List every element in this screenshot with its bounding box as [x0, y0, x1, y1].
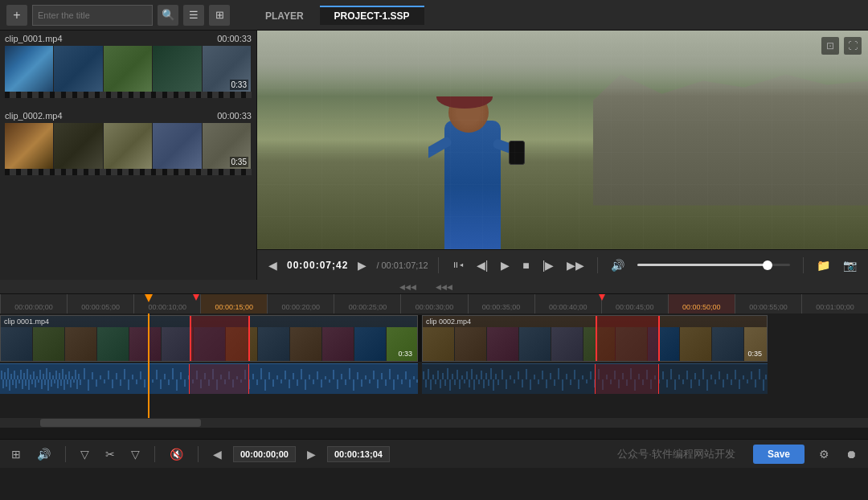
video-preview: ⊡ ⛶ — [257, 31, 868, 249]
screenshot-button[interactable]: 📷 — [840, 257, 860, 273]
grid-view-button[interactable]: ⊞ — [209, 5, 230, 26]
tl-thumb-c2-3 — [487, 327, 519, 362]
player-corner-icons: ⊡ ⛶ — [821, 37, 862, 55]
tl-thumb-4 — [97, 327, 129, 362]
audio-button[interactable]: 🔊 — [32, 445, 55, 463]
audio-selected-region2 — [595, 364, 659, 394]
controls-divider2 — [597, 257, 598, 273]
timeline-tracks: clip 0001.mp4 0:33 — [0, 314, 868, 418]
list-view-button[interactable]: ☰ — [183, 5, 204, 26]
media-item-clip1[interactable]: clip_0001.mp4 00:00:33 0:33 — [0, 31, 256, 101]
tab-project[interactable]: PROJECT-1.SSP — [320, 6, 424, 25]
frame-fwd-button[interactable]: |▶ — [539, 257, 558, 273]
clip2-frame1 — [5, 123, 54, 175]
tl-thumb-12 — [354, 327, 387, 362]
ruler-mark-4: 00:00:20;00 — [267, 294, 334, 314]
tl-thumb-c2-2 — [455, 327, 487, 362]
bottom-divider1 — [65, 446, 66, 462]
fit-frame-icon[interactable]: ⊡ — [821, 37, 839, 55]
out-point-marker — [599, 294, 605, 301]
audio-waveform-1 — [0, 363, 418, 394]
track-type-button[interactable]: ⊞ — [6, 445, 26, 463]
timeline-section: ◀◀◀ ◀◀◀ 00:00:00;00 00:00:05;00 00:00:10… — [0, 280, 868, 468]
clip1-header: clip_0001.mp4 00:00:33 — [5, 34, 252, 43]
top-bar: + 🔍 ☰ ⊞ PLAYER PROJECT-1.SSP — [0, 0, 868, 31]
in-point-marker — [193, 294, 199, 301]
filter-button[interactable]: ▽ — [76, 445, 94, 463]
fullscreen-icon[interactable]: ⛶ — [844, 37, 862, 55]
media-item-clip2[interactable]: clip_0002.mp4 00:00:33 0:35 — [0, 108, 256, 178]
audio-selected-region1 — [189, 364, 249, 394]
clip2-track-block[interactable]: clip 0002.mp4 0:35 — [422, 315, 768, 362]
pause-step-back-button[interactable]: ⏸◀ — [448, 259, 467, 271]
play-to-button[interactable]: ▶▶ — [563, 257, 588, 273]
clip2-duration-badge: 0:35 — [747, 350, 762, 358]
filter2-button[interactable]: ▽ — [126, 445, 145, 463]
clip1-name: clip_0001.mp4 — [5, 34, 63, 43]
scrollbar-thumb[interactable] — [40, 419, 201, 427]
open-folder-button[interactable]: 📁 — [813, 257, 833, 273]
audio-waveform-2 — [422, 363, 768, 394]
media-panel: clip_0001.mp4 00:00:33 0:33 clip_0002.mp… — [0, 31, 257, 280]
clip2-frame5 — [203, 123, 252, 175]
clip1-track-label: clip 0001.mp4 — [4, 318, 49, 326]
clip2-frame3 — [104, 123, 153, 175]
clip1-thumbnail-strip: 0:33 — [5, 46, 252, 98]
volume-slider-container[interactable] — [637, 264, 790, 266]
tl-thumb-c2-10 — [712, 327, 744, 362]
scissors-button[interactable]: ✂ — [100, 445, 120, 463]
clip1-track-block[interactable]: clip 0001.mp4 0:33 — [0, 315, 418, 362]
player-controls: ◀ 00:00:07;42 ▶ / 00:01:07;12 ⏸◀ ◀| ▶ ■ … — [257, 249, 868, 280]
save-button[interactable]: Save — [753, 445, 805, 464]
main-area: clip_0001.mp4 00:00:33 0:33 clip_0002.mp… — [0, 31, 868, 280]
playhead-arrow — [145, 294, 153, 302]
tl-thumb-c2-4 — [519, 327, 551, 362]
clip1-badge: 0:33 — [230, 80, 248, 90]
ruler-mark-7: 00:00:35;00 — [468, 294, 534, 314]
clip1-frame2 — [54, 46, 103, 98]
add-media-button[interactable]: + — [6, 5, 27, 26]
prev-frame-button[interactable]: ◀ — [265, 257, 280, 273]
clip1-duration: 00:00:33 — [217, 34, 252, 43]
ruler-mark-3: 00:00:15;00 — [200, 294, 267, 314]
ruler-mark-10: 00:00:50;00 — [668, 294, 735, 314]
clip1-frame5 — [203, 46, 252, 98]
volume-icon[interactable]: 🔊 — [608, 257, 628, 273]
bottom-timecode2: 00:00:13;04 — [327, 446, 390, 462]
timeline-scrollbar[interactable] — [0, 418, 868, 428]
total-timecode: / 00:01:07;12 — [376, 260, 428, 270]
title-input[interactable] — [32, 5, 153, 26]
ruler-mark-5: 00:00:25;00 — [334, 294, 400, 314]
volume-handle[interactable] — [763, 260, 772, 270]
ruler-mark-0: 00:00:00;00 — [0, 294, 67, 314]
ruler-marks-container: 00:00:00;00 00:00:05;00 00:00:10;00 00:0… — [0, 294, 868, 314]
tl-thumb-c2-1 — [423, 327, 455, 362]
tl-thumb-6 — [162, 327, 194, 362]
clip2-frame2 — [54, 123, 103, 175]
tl-thumb-c2-9 — [680, 327, 712, 362]
play-button[interactable]: ▶ — [354, 257, 370, 273]
tab-area: PLAYER PROJECT-1.SSP — [251, 6, 424, 25]
zoom-controls: ◀◀◀ ◀◀◀ — [399, 283, 469, 291]
volume-fill — [637, 264, 767, 266]
mute-button[interactable]: 🔇 — [165, 445, 188, 463]
bottom-bar: ⊞ 🔊 ▽ ✂ ▽ 🔇 ◀ 00:00:00;00 ▶ 00:00:13;04 … — [0, 439, 868, 468]
clip2-selected-region — [596, 316, 660, 361]
clip2-badge: 0:35 — [230, 157, 248, 167]
ruler-mark-2: 00:00:10;00 — [133, 294, 200, 314]
tl-thumb-2 — [33, 327, 65, 362]
next-nav-button[interactable]: ▶ — [302, 445, 321, 463]
prev-nav-button[interactable]: ◀ — [208, 445, 227, 463]
tab-player[interactable]: PLAYER — [251, 6, 318, 25]
controls-divider3 — [803, 257, 804, 273]
play-center-button[interactable]: ▶ — [497, 257, 513, 273]
frame-back-button[interactable]: ◀| — [473, 257, 492, 273]
record-button[interactable]: ⏺ — [841, 445, 862, 463]
player-area: ⊡ ⛶ ◀ 00:00:07;42 ▶ / 00:01:07;12 ⏸◀ ◀| … — [257, 31, 868, 280]
playhead-line — [148, 314, 149, 418]
search-button[interactable]: 🔍 — [158, 5, 178, 26]
settings-button[interactable]: ⚙ — [814, 445, 834, 463]
clip2-header: clip_0002.mp4 00:00:33 — [5, 111, 252, 121]
ruler-mark-1: 00:00:05;00 — [67, 294, 133, 314]
stop-button[interactable]: ■ — [519, 257, 532, 273]
